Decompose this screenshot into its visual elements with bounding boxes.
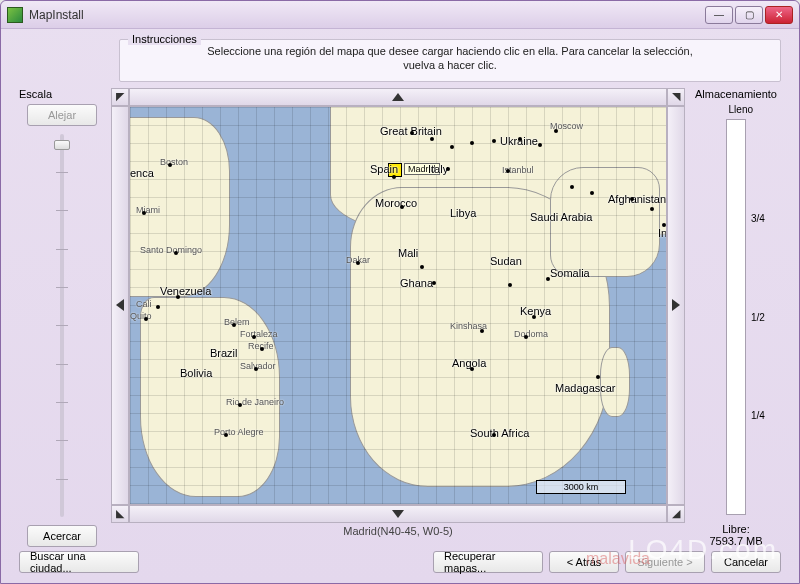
arrow-nw-icon: ◤	[116, 93, 124, 101]
cancel-button[interactable]: Cancelar	[711, 551, 781, 573]
footer: Buscar una ciudad... Recuperar mapas... …	[19, 547, 781, 573]
scroll-right-button[interactable]	[667, 106, 685, 505]
city-label: Porto Alegre	[214, 427, 264, 437]
scale-label: Escala	[19, 88, 52, 100]
maximize-button[interactable]: ▢	[735, 6, 763, 24]
map-area: ◤ ◥	[111, 88, 685, 547]
scroll-left-button[interactable]	[111, 106, 129, 505]
country-label: Afghanistan	[608, 193, 666, 205]
country-label: Somalia	[550, 267, 590, 279]
recover-maps-button[interactable]: Recuperar mapas...	[433, 551, 543, 573]
city-label: Quito	[130, 311, 152, 321]
country-label: Bolivia	[180, 367, 212, 379]
storage-full-label: Lleno	[729, 104, 753, 115]
window-title: MapInstall	[29, 8, 705, 22]
search-city-button[interactable]: Buscar una ciudad...	[19, 551, 139, 573]
country-label: enca	[130, 167, 154, 179]
arrow-down-icon	[392, 510, 404, 518]
close-button[interactable]: ✕	[765, 6, 793, 24]
storage-label: Almacenamiento	[695, 88, 777, 100]
country-label: Venezuela	[160, 285, 211, 297]
storage-panel: Almacenamiento Lleno 3/4 1/2 1/4 Libre: …	[691, 88, 781, 547]
country-label: Kenya	[520, 305, 551, 317]
country-label: South Africa	[470, 427, 529, 439]
city-label: Belem	[224, 317, 250, 327]
arrow-up-icon	[392, 93, 404, 101]
scale-bar: 3000 km	[536, 480, 626, 494]
country-label: Ghana	[400, 277, 433, 289]
country-label: Brazil	[210, 347, 238, 359]
zoom-out-button[interactable]: Alejar	[27, 104, 97, 126]
app-window: MapInstall — ▢ ✕ Instrucciones Seleccion…	[0, 0, 800, 584]
slider-thumb[interactable]	[54, 140, 70, 150]
city-label: Fortaleza	[240, 329, 278, 339]
zoom-in-button[interactable]: Acercar	[27, 525, 97, 547]
free-value: 7593.7 MB	[709, 535, 762, 547]
gauge-tick: 3/4	[751, 213, 765, 224]
country-label: Libya	[450, 207, 476, 219]
city-label: Dodoma	[514, 329, 548, 339]
country-label: Ind	[658, 227, 667, 239]
country-label: Saudi Arabia	[530, 211, 592, 223]
titlebar[interactable]: MapInstall — ▢ ✕	[1, 1, 799, 29]
map-viewport[interactable]: Madrid Great Britain Ukraine Spain Italy…	[129, 106, 667, 505]
gauge-tick: 1/4	[751, 410, 765, 421]
scale-panel: Escala Alejar Acercar	[19, 88, 105, 547]
scroll-corner-tr[interactable]: ◥	[667, 88, 685, 106]
country-label: Madagascar	[555, 382, 616, 394]
scroll-corner-tl[interactable]: ◤	[111, 88, 129, 106]
country-label: Angola	[452, 357, 486, 369]
storage-free: Libre: 7593.7 MB	[709, 523, 762, 547]
arrow-se-icon: ◢	[672, 510, 680, 518]
city-label: Miami	[136, 205, 160, 215]
free-label: Libre:	[722, 523, 750, 535]
scroll-corner-bl[interactable]: ◣	[111, 505, 129, 523]
city-label: Cali	[136, 299, 152, 309]
scale-slider[interactable]	[60, 134, 64, 517]
minimize-button[interactable]: —	[705, 6, 733, 24]
country-label: Spain	[370, 163, 398, 175]
country-label: Morocco	[375, 197, 417, 209]
scroll-down-button[interactable]	[129, 505, 667, 523]
gauge-tick: 1/2	[751, 311, 765, 322]
instructions-legend: Instrucciones	[128, 33, 201, 45]
country-label: Mali	[398, 247, 418, 259]
next-button[interactable]: Siguiente >	[625, 551, 705, 573]
city-label: Rio de Janeiro	[226, 397, 284, 407]
back-button[interactable]: < Atrás	[549, 551, 619, 573]
instructions-text: Seleccione una región del mapa que desee…	[128, 44, 772, 73]
arrow-ne-icon: ◥	[672, 93, 680, 101]
city-label: Boston	[160, 157, 188, 167]
country-label: Sudan	[490, 255, 522, 267]
storage-gauge: 3/4 1/2 1/4	[726, 119, 746, 515]
city-label: Santo Domingo	[140, 245, 202, 255]
selected-coords: Madrid(N40-45, W0-5)	[111, 525, 685, 537]
app-icon	[7, 7, 23, 23]
arrow-right-icon	[672, 299, 680, 311]
scroll-corner-br[interactable]: ◢	[667, 505, 685, 523]
scroll-up-button[interactable]	[129, 88, 667, 106]
arrow-left-icon	[116, 299, 124, 311]
instructions-box: Instrucciones Seleccione una región del …	[119, 39, 781, 82]
arrow-sw-icon: ◣	[116, 510, 124, 518]
